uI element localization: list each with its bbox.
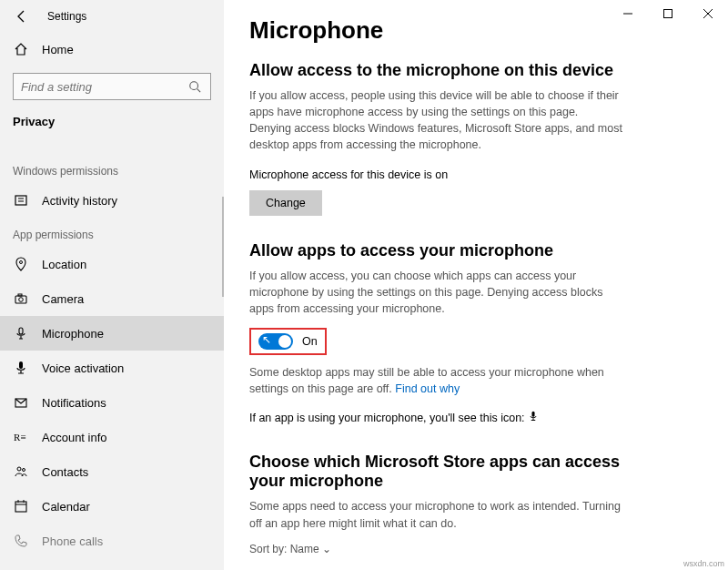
sidebar-item-phone-calls[interactable]: Phone calls <box>0 524 224 558</box>
section-heading-app-access: Allow apps to access your microphone <box>249 241 703 260</box>
desktop-apps-note: Some desktop apps may still be able to a… <box>249 364 622 397</box>
section-heading-store-apps: Choose which Microsoft Store apps can ac… <box>249 453 632 491</box>
svg-text:R≡: R≡ <box>14 432 26 443</box>
calendar-icon <box>13 498 29 514</box>
svg-rect-21 <box>664 10 672 18</box>
sidebar-item-account-info[interactable]: R≡ Account info <box>0 420 224 454</box>
history-icon <box>13 192 29 209</box>
home-icon <box>13 41 29 57</box>
section-desc: Some apps need to access your microphone… <box>249 498 622 531</box>
svg-point-13 <box>17 467 21 471</box>
camera-icon <box>13 290 29 307</box>
sidebar-item-label: Calendar <box>42 500 90 514</box>
group-app-permissions: App permissions <box>0 218 224 247</box>
microphone-icon <box>13 325 29 341</box>
sidebar-item-location[interactable]: Location <box>0 247 224 281</box>
sidebar-item-label: Location <box>42 258 86 271</box>
sidebar-item-label: Account info <box>42 431 107 444</box>
svg-rect-10 <box>19 361 23 369</box>
svg-rect-8 <box>18 294 22 296</box>
toggle-state-label: On <box>302 335 318 348</box>
section-desc: If you allow access, people using this d… <box>249 87 622 154</box>
sidebar-item-camera[interactable]: Camera <box>0 281 224 316</box>
sidebar-item-microphone[interactable]: Microphone <box>0 316 224 351</box>
svg-point-0 <box>190 82 198 90</box>
sort-row[interactable]: Sort by: Name ⌄ <box>249 543 703 555</box>
search-field[interactable] <box>21 80 187 94</box>
sidebar-item-label: Notifications <box>42 396 106 410</box>
sidebar-item-voice-activation[interactable]: Voice activation <box>0 351 224 385</box>
svg-rect-19 <box>532 412 535 417</box>
svg-rect-9 <box>19 328 23 334</box>
sidebar-item-label: Phone calls <box>42 534 103 548</box>
close-button[interactable] <box>688 0 728 27</box>
svg-line-1 <box>197 89 201 93</box>
watermark: wsxdn.com <box>683 559 724 568</box>
nav-home-label: Home <box>42 43 74 56</box>
location-icon <box>13 256 29 272</box>
cursor-icon: ↖ <box>262 333 271 346</box>
mic-in-use-line: If an app is using your microphone, you'… <box>249 410 622 427</box>
sidebar-item-label: Activity history <box>42 194 117 208</box>
phone-icon <box>13 533 29 549</box>
chevron-down-icon: ⌄ <box>322 543 331 555</box>
sidebar-item-label: Voice activation <box>42 361 124 375</box>
svg-point-7 <box>19 298 24 302</box>
search-input[interactable] <box>13 73 211 100</box>
sidebar-item-notifications[interactable]: Notifications <box>0 385 224 420</box>
contacts-icon <box>13 463 29 480</box>
notifications-icon <box>13 394 29 411</box>
window-title: Settings <box>47 10 86 23</box>
microphone-indicator-icon <box>528 410 539 427</box>
find-out-why-link[interactable]: Find out why <box>395 382 460 395</box>
svg-rect-15 <box>15 502 26 512</box>
minimize-button[interactable] <box>608 0 648 27</box>
maximize-button[interactable] <box>648 0 688 27</box>
allow-apps-toggle-highlight: ↖ On <box>249 328 327 355</box>
toggle-knob <box>278 335 291 348</box>
svg-point-14 <box>23 469 25 472</box>
section-desc: If you allow access, you can choose whic… <box>249 268 622 317</box>
sidebar-item-label: Microphone <box>42 327 104 341</box>
allow-apps-toggle[interactable]: ↖ <box>258 333 293 350</box>
back-button[interactable] <box>13 7 31 25</box>
section-heading-device-access: Allow access to the microphone on this d… <box>249 61 703 80</box>
svg-rect-2 <box>15 196 26 205</box>
svg-point-5 <box>20 261 23 264</box>
device-access-status: Microphone access for this device is on <box>249 168 703 181</box>
voice-icon <box>13 360 29 376</box>
nav-home[interactable]: Home <box>0 33 224 66</box>
search-icon <box>187 78 203 95</box>
sidebar-item-label: Contacts <box>42 465 88 479</box>
sidebar-item-activity-history[interactable]: Activity history <box>0 183 224 218</box>
sidebar-item-contacts[interactable]: Contacts <box>0 454 224 489</box>
sidebar-item-label: Camera <box>42 292 84 306</box>
sidebar-item-calendar[interactable]: Calendar <box>0 489 224 524</box>
group-windows-permissions: Windows permissions <box>0 154 224 183</box>
active-section: Privacy <box>0 109 224 139</box>
change-button[interactable]: Change <box>249 190 322 216</box>
account-icon: R≡ <box>13 429 29 445</box>
